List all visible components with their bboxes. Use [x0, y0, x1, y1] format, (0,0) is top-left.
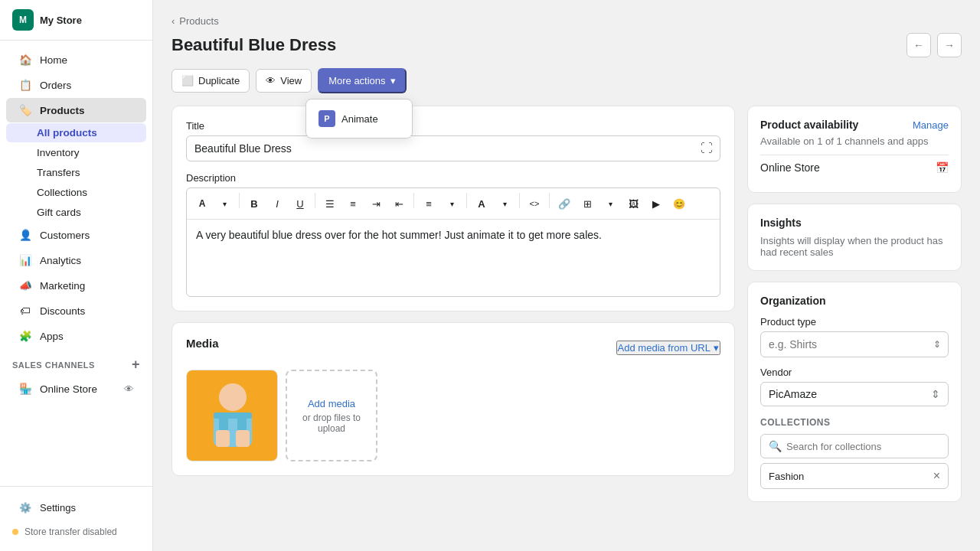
sidebar: M My Store 🏠 Home 📋 Orders 🏷️ Products A…: [0, 0, 153, 551]
sidebar-item-products[interactable]: 🏷️ Products: [6, 98, 146, 122]
description-text-area[interactable]: A very beautiful blue dress over for the…: [187, 220, 720, 296]
page-content: ‹ Products Beautiful Blue Dress ← → ⬜ Du…: [153, 0, 980, 551]
table-button[interactable]: ⊞: [577, 193, 598, 214]
sidebar-item-gift-cards[interactable]: Gift cards: [6, 203, 146, 222]
page-title-row: Beautiful Blue Dress ← →: [172, 33, 962, 57]
emoji-button[interactable]: 😊: [668, 193, 690, 214]
animate-label: Animate: [341, 113, 378, 125]
duplicate-button[interactable]: ⬜ Duplicate: [172, 69, 250, 93]
svg-rect-5: [216, 430, 230, 447]
sidebar-item-analytics[interactable]: 📊 Analytics: [6, 248, 146, 272]
manage-link[interactable]: Manage: [913, 119, 949, 131]
sidebar-item-transfers[interactable]: Transfers: [6, 163, 146, 182]
products-icon: 🏷️: [18, 103, 32, 117]
sidebar-item-label: Products: [40, 105, 85, 116]
vendor-select[interactable]: PicAmaze ⇕: [760, 382, 949, 406]
video-button[interactable]: ▶: [645, 193, 667, 214]
sidebar-item-collections[interactable]: Collections: [6, 183, 146, 202]
text-format-dropdown[interactable]: ▾: [214, 193, 235, 214]
orders-icon: 📋: [18, 78, 32, 92]
sidebar-item-label: Analytics: [40, 255, 81, 266]
align-button[interactable]: ≡: [418, 193, 439, 214]
store-status: Store transfer disabled: [0, 520, 152, 543]
next-product-button[interactable]: →: [937, 33, 962, 57]
apps-icon: 🧩: [18, 329, 32, 343]
outdent-button[interactable]: ⇤: [388, 193, 410, 214]
sidebar-item-customers[interactable]: 👤 Customers: [6, 223, 146, 247]
online-store-eye-icon[interactable]: 👁: [124, 383, 134, 395]
sidebar-item-all-products[interactable]: All products: [6, 123, 146, 142]
title-input[interactable]: [186, 135, 720, 161]
collection-tag-name: Fashion: [769, 471, 804, 482]
add-media-label: Add media from URL: [618, 342, 710, 354]
svg-rect-7: [214, 412, 252, 419]
calendar-icon[interactable]: 📅: [936, 161, 949, 174]
image-button[interactable]: 🖼: [622, 193, 644, 214]
organization-title: Organization: [760, 295, 949, 307]
more-actions-button[interactable]: More actions ▾: [318, 68, 406, 93]
collections-search-input[interactable]: [786, 441, 940, 452]
description-label: Description: [186, 172, 720, 184]
insights-title: Insights: [760, 217, 949, 229]
numbered-list-button[interactable]: ≡: [342, 193, 364, 214]
breadcrumb-label[interactable]: Products: [179, 15, 218, 27]
title-navigation: ← →: [906, 33, 962, 57]
upload-label: Add media: [308, 398, 355, 409]
collections-search-wrap[interactable]: 🔍: [760, 434, 949, 458]
sidebar-item-label: Home: [40, 54, 67, 66]
availability-sub-text: Available on 1 of 1 channels and apps: [760, 135, 949, 147]
vendor-label: Vendor: [760, 367, 949, 378]
bullet-list-button[interactable]: ☰: [319, 193, 341, 214]
sidebar-item-settings[interactable]: ⚙️ Settings: [6, 495, 146, 520]
sidebar-item-home[interactable]: 🏠 Home: [6, 47, 146, 72]
sidebar-item-label: Settings: [40, 502, 76, 514]
status-dot-icon: [12, 529, 18, 535]
sidebar-item-label: Orders: [40, 80, 71, 91]
collection-tag-fashion: Fashion ×: [760, 463, 949, 489]
sidebar-item-discounts[interactable]: 🏷 Discounts: [6, 298, 146, 323]
underline-button[interactable]: U: [289, 193, 311, 214]
italic-button[interactable]: I: [266, 193, 288, 214]
upload-media-button[interactable]: Add media or drop files toupload: [286, 370, 377, 461]
text-color-button[interactable]: A: [471, 193, 492, 214]
animate-menu-item[interactable]: P Animate: [311, 104, 407, 133]
editor-toolbar: A ▾ B I U ☰ ≡ ⇥ ⇤: [187, 188, 720, 220]
sidebar-item-inventory[interactable]: Inventory: [6, 143, 146, 162]
add-sales-channel-icon[interactable]: +: [132, 357, 140, 373]
sidebar-item-online-store[interactable]: 🏪 Online Store 👁: [6, 377, 146, 401]
organization-card: Organization Product type ⇕ Vendor PicAm…: [747, 282, 962, 502]
text-color-dropdown[interactable]: ▾: [494, 193, 515, 214]
product-availability-card: Product availability Manage Available on…: [747, 106, 962, 193]
media-thumbnail[interactable]: [186, 370, 278, 461]
sidebar-header: M My Store: [0, 0, 152, 41]
description-editor: A ▾ B I U ☰ ≡ ⇥ ⇤: [186, 187, 720, 297]
source-button[interactable]: <>: [524, 193, 545, 214]
store-name: My Store: [40, 15, 82, 26]
align-dropdown[interactable]: ▾: [441, 193, 462, 214]
remove-collection-button[interactable]: ×: [933, 469, 940, 483]
upload-sub-label: or drop files toupload: [302, 412, 361, 434]
more-actions-dropdown: P Animate: [305, 99, 413, 139]
table-dropdown[interactable]: ▾: [599, 193, 621, 214]
prev-product-button[interactable]: ←: [906, 33, 931, 57]
sidebar-item-orders[interactable]: 📋 Orders: [6, 73, 146, 97]
more-actions-label: More actions: [328, 75, 385, 86]
svg-point-1: [219, 383, 247, 411]
sidebar-item-marketing[interactable]: 📣 Marketing: [6, 273, 146, 298]
product-type-label: Product type: [760, 316, 949, 328]
sidebar-footer: ⚙️ Settings Store transfer disabled: [0, 486, 152, 551]
bold-button[interactable]: B: [243, 193, 265, 214]
media-title: Media: [186, 337, 219, 350]
sidebar-item-apps[interactable]: 🧩 Apps: [6, 324, 146, 348]
text-format-button[interactable]: A: [191, 193, 213, 214]
availability-title: Product availability: [760, 119, 858, 131]
add-media-from-url-button[interactable]: Add media from URL ▾: [616, 341, 720, 355]
product-type-input[interactable]: [760, 331, 949, 357]
breadcrumb[interactable]: ‹ Products: [172, 15, 962, 27]
view-icon: 👁: [266, 75, 276, 86]
indent-button[interactable]: ⇥: [365, 193, 387, 214]
action-bar: ⬜ Duplicate 👁 View More actions ▾ P Anim…: [172, 68, 962, 93]
insights-text: Insights will display when the product h…: [760, 235, 949, 258]
view-button[interactable]: 👁 View: [256, 69, 312, 93]
link-button[interactable]: 🔗: [554, 193, 575, 214]
